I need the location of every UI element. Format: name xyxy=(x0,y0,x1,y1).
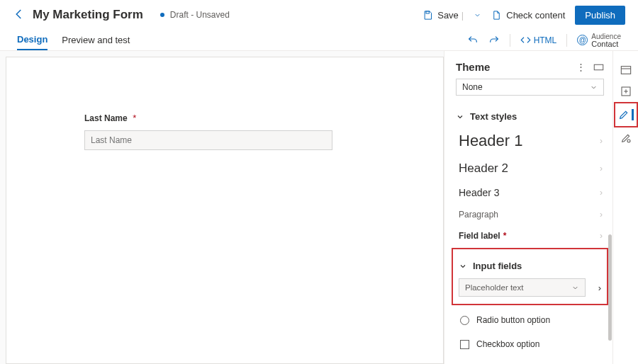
html-label: HTML xyxy=(534,35,557,45)
chevron-right-icon: › xyxy=(600,188,603,198)
placeholder-dropdown[interactable]: Placeholder text xyxy=(459,278,586,297)
chevron-right-icon: › xyxy=(600,210,603,220)
html-button[interactable]: HTML xyxy=(520,35,557,45)
section-input-fields[interactable]: Input fields xyxy=(454,254,605,275)
style-paragraph[interactable]: Paragraph› xyxy=(444,204,612,225)
audience-value: Contact xyxy=(591,40,621,48)
style-checkbox-option[interactable]: Checkbox option xyxy=(444,332,612,356)
section-text-styles[interactable]: Text styles xyxy=(444,104,612,126)
chevron-right-icon: › xyxy=(600,231,603,241)
style-radio-option[interactable]: Radio button option xyxy=(444,308,612,332)
rail-layout-icon[interactable] xyxy=(615,59,637,81)
input-fields-label: Input fields xyxy=(473,261,522,271)
save-label: Save xyxy=(437,10,459,21)
tab-preview[interactable]: Preview and test xyxy=(62,30,130,50)
tab-design[interactable]: Design xyxy=(17,30,47,50)
status-dot-icon xyxy=(160,13,164,17)
field-label: Last Name xyxy=(84,113,128,123)
publish-button[interactable]: Publish xyxy=(575,6,625,25)
svg-rect-0 xyxy=(426,11,429,13)
save-dropdown[interactable] xyxy=(474,11,481,19)
theme-dropdown[interactable]: None xyxy=(456,79,604,96)
redo-icon[interactable] xyxy=(488,35,500,46)
rail-add-icon[interactable] xyxy=(615,81,637,102)
back-icon[interactable] xyxy=(13,8,30,23)
rail-settings-icon[interactable] xyxy=(615,127,637,149)
divider xyxy=(566,34,567,47)
checkbox-icon xyxy=(460,340,469,349)
audience-icon: @ xyxy=(577,35,588,45)
undo-icon[interactable] xyxy=(467,35,478,46)
svg-point-7 xyxy=(627,140,630,142)
placeholder-label: Placeholder text xyxy=(465,283,523,292)
required-icon: * xyxy=(133,113,136,123)
panel-title: Theme xyxy=(456,61,569,73)
svg-rect-1 xyxy=(594,64,603,70)
text-styles-label: Text styles xyxy=(470,111,517,122)
save-status: Draft - Unsaved xyxy=(170,10,230,20)
divider xyxy=(510,34,510,47)
last-name-field[interactable] xyxy=(84,130,332,150)
theme-dropdown-value: None xyxy=(462,82,483,92)
audience-control[interactable]: @ Audience Contact xyxy=(577,33,621,48)
rail-theme-icon[interactable] xyxy=(614,102,638,127)
divider: | xyxy=(461,10,464,21)
audience-label: Audience xyxy=(591,33,621,40)
form-canvas[interactable]: Last Name * xyxy=(6,57,444,364)
svg-rect-2 xyxy=(621,67,630,74)
chevron-right-icon: › xyxy=(600,164,603,174)
device-icon[interactable] xyxy=(593,63,604,72)
chevron-right-icon: › xyxy=(600,136,603,146)
style-header1[interactable]: Header 1› xyxy=(444,126,612,156)
style-header2[interactable]: Header 2› xyxy=(444,156,612,181)
checkbox-label: Checkbox option xyxy=(476,339,539,349)
style-header3[interactable]: Header 3› xyxy=(444,181,612,204)
save-button[interactable]: Save xyxy=(422,10,459,21)
required-icon: * xyxy=(503,231,507,241)
radio-icon xyxy=(460,316,469,325)
style-field-label[interactable]: Field label*› xyxy=(444,225,612,246)
chevron-right-icon: › xyxy=(598,283,601,293)
page-title: My Marketing Form xyxy=(33,8,143,22)
radio-label: Radio button option xyxy=(476,315,550,325)
input-fields-highlight: Input fields Placeholder text › xyxy=(452,248,608,305)
check-label: Check content xyxy=(506,10,565,21)
more-icon[interactable]: ⋮ xyxy=(576,63,586,72)
check-content-button[interactable]: Check content xyxy=(491,10,565,21)
scrollbar[interactable] xyxy=(608,234,612,341)
